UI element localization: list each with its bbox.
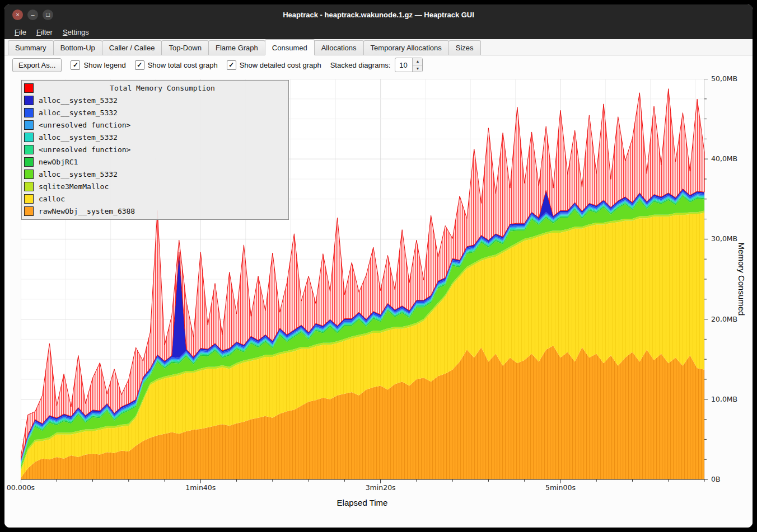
legend-item: calloc [24, 192, 286, 205]
tab-caller-callee[interactable]: Caller / Callee [102, 40, 162, 55]
maximize-button[interactable]: □ [43, 10, 53, 20]
stacked-diagrams-value: 10 [395, 58, 412, 72]
tab-allocations[interactable]: Allocations [314, 40, 364, 55]
tab-consumed[interactable]: Consumed [265, 39, 315, 55]
legend-item: <unresolved function> [24, 143, 286, 156]
chart-legend: Total Memory Consumption alloc__system_5… [21, 80, 289, 220]
spin-down-button[interactable]: ▼ [413, 65, 422, 72]
legend-item-label: alloc__system_5332 [39, 170, 118, 178]
app-window: × – □ Heaptrack - heaptrack.wakunode.1.g… [4, 4, 753, 528]
legend-item-label: <unresolved function> [39, 121, 130, 129]
checkbox-label: Show legend [83, 61, 125, 69]
legend-item-label: <unresolved function> [39, 145, 130, 154]
legend-item-label: alloc__system_5332 [39, 109, 118, 117]
legend-swatch [24, 108, 34, 117]
x-tick-label: 5min00s [545, 483, 576, 492]
tab-sizes[interactable]: Sizes [448, 40, 481, 55]
legend-swatch [24, 145, 34, 154]
window-controls: × – □ [12, 4, 53, 25]
stacked-diagrams-spinbox[interactable]: 10 ▲ ▼ [395, 58, 423, 72]
y-axis-title: Memory Consumed [737, 243, 746, 316]
checkbox-show-detailed-cost-graph[interactable]: ✓Show detailed cost graph [227, 60, 321, 70]
menu-file[interactable]: File [10, 26, 31, 38]
spin-arrows: ▲ ▼ [412, 58, 422, 72]
spin-up-button[interactable]: ▲ [413, 58, 422, 65]
tab-flame-graph[interactable]: Flame Graph [208, 40, 265, 55]
legend-swatch [24, 96, 34, 105]
tab-temporary-allocations[interactable]: Temporary Allocations [363, 40, 449, 55]
legend-item: alloc__system_5332 [24, 131, 286, 143]
legend-item-label: alloc__system_5332 [39, 96, 118, 105]
checkbox-box[interactable]: ✓ [71, 60, 80, 70]
legend-swatch [24, 120, 34, 130]
legend-item: <unresolved function> [24, 119, 286, 131]
y-tick-label: 50,0MB [711, 74, 737, 83]
menu-filter[interactable]: Filter [32, 26, 57, 38]
legend-title-row: Total Memory Consumption [24, 82, 286, 94]
checkbox-label: Show detailed cost graph [240, 61, 321, 69]
legend-item-label: sqlite3MemMalloc [39, 182, 109, 191]
legend-item: alloc__system_5332 [24, 168, 286, 180]
tabbar: SummaryBottom-UpCaller / CalleeTop-DownF… [4, 39, 753, 55]
stacked-diagrams-label: Stacked diagrams: [330, 61, 391, 69]
legend-swatch [24, 182, 34, 191]
checkbox-show-legend[interactable]: ✓Show legend [71, 60, 125, 70]
y-tick-label: 30,0MB [711, 234, 737, 243]
close-button[interactable]: × [12, 10, 23, 20]
legend-item-label: calloc [39, 195, 65, 203]
titlebar: × – □ Heaptrack - heaptrack.wakunode.1.g… [4, 4, 753, 25]
legend-swatch [24, 206, 34, 216]
export-as-button[interactable]: Export As... [12, 58, 62, 72]
legend-item: newObjRC1 [24, 156, 286, 168]
checkbox-label: Show total cost graph [148, 61, 218, 69]
tab-summary[interactable]: Summary [8, 40, 54, 55]
checkbox-box[interactable]: ✓ [227, 60, 236, 70]
legend-item: alloc__system_5332 [24, 106, 286, 119]
legend-swatch [24, 157, 34, 167]
legend-swatch [24, 170, 34, 179]
minimize-button[interactable]: – [27, 10, 38, 20]
tab-top-down[interactable]: Top-Down [161, 40, 209, 55]
checkbox-group: ✓Show legend✓Show total cost graph✓Show … [71, 60, 321, 70]
legend-item: sqlite3MemMalloc [24, 180, 286, 192]
x-tick-label: 00.000s [7, 483, 35, 492]
window-title: Heaptrack - heaptrack.wakunode.1.gz — He… [4, 11, 753, 19]
x-tick-label: 3min20s [366, 483, 396, 492]
legend-item: alloc__system_5332 [24, 94, 286, 106]
legend-swatch [24, 194, 34, 204]
legend-item-label: rawNewObj__system_6388 [39, 207, 135, 215]
legend-swatch [24, 133, 34, 142]
x-axis-title: Elapsed Time [337, 498, 388, 507]
tab-bottom-up[interactable]: Bottom-Up [53, 40, 102, 55]
y-tick-label: 10,0MB [711, 395, 737, 403]
y-tick-label: 20,0MB [711, 315, 737, 323]
legend-item-label: newObjRC1 [39, 158, 78, 166]
legend-item-label: alloc__system_5332 [39, 133, 118, 142]
legend-item: rawNewObj__system_6388 [24, 205, 286, 217]
y-tick-label: 40,0MB [711, 154, 737, 163]
menu-settings[interactable]: Settings [58, 26, 94, 38]
menubar: File Filter Settings [4, 25, 753, 39]
toolbar: Export As... ✓Show legend✓Show total cos… [4, 55, 753, 74]
legend-title: Total Memory Consumption [39, 84, 286, 92]
checkbox-show-total-cost-graph[interactable]: ✓Show total cost graph [135, 60, 218, 70]
x-tick-label: 1min40s [185, 483, 216, 492]
total-memory-swatch [24, 83, 34, 93]
checkbox-box[interactable]: ✓ [135, 60, 144, 70]
chart-area: Elapsed Time Memory Consumed Total Memor… [4, 74, 753, 528]
y-tick-label: 0B [711, 475, 721, 483]
